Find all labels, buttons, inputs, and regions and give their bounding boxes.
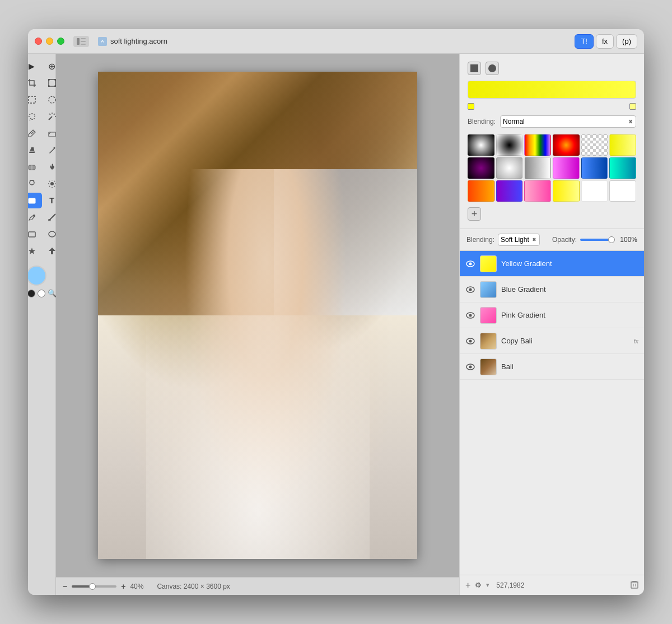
- opacity-slider[interactable]: [580, 239, 614, 241]
- zoom-slider-fill: [72, 585, 90, 588]
- add-gradient-button[interactable]: +: [468, 207, 481, 221]
- star-tool[interactable]: [28, 243, 42, 259]
- svg-rect-1: [81, 38, 86, 39]
- swatch-bw-radial2[interactable]: [496, 134, 523, 156]
- swatch-bw-radial[interactable]: [468, 134, 494, 156]
- crop-tool[interactable]: [28, 75, 42, 91]
- rect-draw-tool[interactable]: [28, 226, 42, 242]
- rect-shape-tool[interactable]: [28, 193, 42, 208]
- traffic-lights: [35, 38, 64, 45]
- swatch-teal-grad[interactable]: [609, 157, 636, 179]
- layer-item-blue-gradient[interactable]: Blue Gradient: [460, 277, 644, 302]
- eyedropper-tool[interactable]: [28, 125, 42, 141]
- dodge-tool[interactable]: [28, 176, 42, 192]
- zoom-slider-handle[interactable]: [89, 583, 96, 590]
- background-color[interactable]: [38, 290, 45, 297]
- canvas-container[interactable]: [56, 54, 459, 577]
- maximize-button[interactable]: [57, 38, 64, 45]
- layers-blending-value: Soft Light: [501, 236, 529, 244]
- layer-item-copy-bali[interactable]: Copy Bali fx: [460, 328, 644, 354]
- gradient-stop-left[interactable]: [468, 103, 474, 110]
- layer-settings-button[interactable]: ⚙: [475, 581, 482, 589]
- zoom-in-button[interactable]: +: [121, 582, 125, 591]
- main-content: ▶ ⊕: [28, 54, 644, 595]
- swatch-radial-fire[interactable]: [553, 134, 580, 156]
- opacity-section: Opacity: 100%: [552, 236, 637, 244]
- swatch-white-plain[interactable]: [581, 180, 608, 202]
- zoom-slider[interactable]: [72, 585, 116, 588]
- layer-thumb-bali: [480, 358, 497, 375]
- layers-blending-select[interactable]: Soft Light: [498, 234, 540, 246]
- svg-point-10: [49, 96, 55, 103]
- layers-bottom-bar: + ⚙ ▾ 527,1982: [460, 575, 644, 595]
- gradient-stop-right[interactable]: [629, 103, 636, 110]
- swatch-yellow-lr[interactable]: [609, 134, 636, 156]
- delete-layer-button[interactable]: [631, 580, 638, 590]
- rect-select-tool[interactable]: [28, 92, 42, 108]
- svg-rect-2: [81, 41, 86, 42]
- pointer-tool[interactable]: ▶: [28, 58, 42, 74]
- zoom-out-button[interactable]: −: [63, 582, 67, 591]
- pen-tool[interactable]: [28, 209, 42, 225]
- layer-item-yellow-gradient[interactable]: Yellow Gradient: [460, 251, 644, 277]
- eye-icon-pink[interactable]: [465, 311, 475, 319]
- swatch-checker[interactable]: [581, 134, 608, 156]
- zoom-tool-small[interactable]: 🔍: [48, 289, 57, 297]
- canvas-coords: 527,1982: [496, 581, 524, 589]
- svg-rect-3: [81, 44, 86, 45]
- eye-icon-copy-bali[interactable]: [465, 337, 475, 345]
- radial-gradient-button[interactable]: [486, 62, 499, 75]
- gradient-preview-bar[interactable]: [468, 81, 636, 99]
- filename-label: soft lighting.acorn: [110, 37, 167, 45]
- layers-blending-label: Blending:: [466, 236, 494, 244]
- layer-item-pink-gradient[interactable]: Pink Gradient: [460, 302, 644, 328]
- color-swatch-circle[interactable]: [28, 266, 46, 286]
- foreground-color[interactable]: [28, 290, 35, 297]
- swatch-blue-grad[interactable]: [581, 157, 608, 179]
- fill-tool[interactable]: [28, 142, 42, 158]
- canvas-dimensions: Canvas: 2400 × 3600 px: [157, 583, 230, 590]
- svg-line-11: [49, 117, 52, 120]
- swatch-purple-radial[interactable]: [468, 157, 494, 179]
- eraser-tool[interactable]: [28, 159, 42, 175]
- fx-button[interactable]: fx: [596, 34, 614, 49]
- linear-gradient-button[interactable]: [468, 62, 481, 75]
- eye-icon-bali[interactable]: [465, 363, 475, 371]
- gradient-swatches-grid: [468, 134, 636, 202]
- swatch-pink-grad[interactable]: [553, 157, 580, 179]
- eye-icon-blue[interactable]: [465, 286, 475, 294]
- add-layer-button[interactable]: +: [465, 580, 470, 590]
- sidebar-toggle-button[interactable]: [73, 36, 89, 47]
- dress-area: [146, 315, 370, 559]
- layer-name-blue: Blue Gradient: [501, 285, 638, 294]
- opacity-slider-handle[interactable]: [608, 236, 615, 243]
- layer-name-bali: Bali: [501, 362, 638, 371]
- lasso-tool[interactable]: [28, 109, 42, 124]
- p-button[interactable]: (p): [616, 34, 637, 49]
- eye-icon-yellow[interactable]: [465, 260, 475, 268]
- close-button[interactable]: [35, 38, 42, 45]
- svg-point-41: [49, 231, 55, 237]
- layer-item-bali[interactable]: Bali: [460, 354, 644, 380]
- svg-point-20: [53, 147, 55, 149]
- opacity-value: 100%: [617, 236, 637, 244]
- swatch-pink-light[interactable]: [524, 180, 551, 202]
- fx-badge-copy-bali: fx: [633, 338, 638, 344]
- swatch-gray-grad[interactable]: [524, 157, 551, 179]
- svg-line-15: [49, 114, 50, 115]
- swatch-purple-blue[interactable]: [496, 180, 523, 202]
- linear-icon: [470, 64, 478, 72]
- swatch-yellow-grad2[interactable]: [553, 180, 580, 202]
- gradient-blending-select[interactable]: Normal: [500, 115, 636, 128]
- layer-thumb-yellow: [480, 255, 497, 272]
- svg-rect-54: [631, 582, 638, 588]
- text-tool-button[interactable]: T!: [575, 34, 594, 49]
- swatch-white-radial[interactable]: [496, 157, 523, 179]
- layer-name-copy-bali: Copy Bali: [501, 337, 629, 345]
- titlebar-toolbar: T! fx (p): [575, 34, 637, 49]
- minimize-button[interactable]: [46, 38, 53, 45]
- swatch-rainbow[interactable]: [524, 134, 551, 156]
- color-options-row: 🔍: [28, 288, 58, 299]
- swatch-red-warm[interactable]: [468, 180, 494, 202]
- svg-rect-9: [29, 96, 35, 103]
